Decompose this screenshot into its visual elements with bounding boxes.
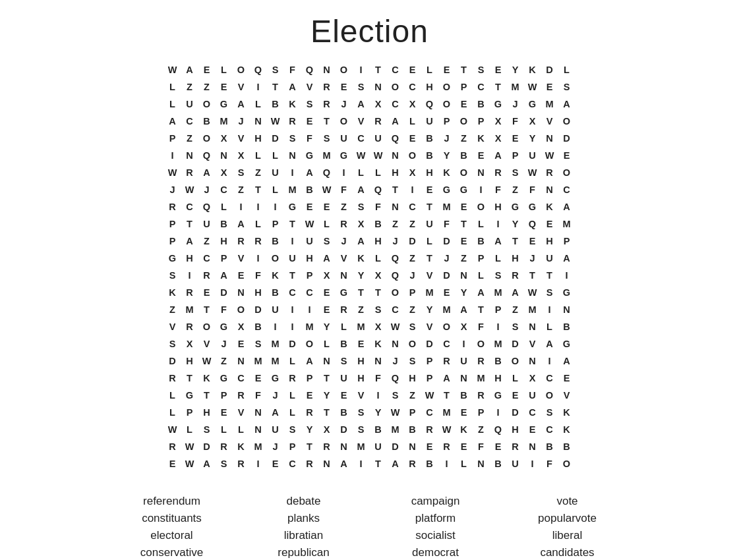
grid-cell: S bbox=[353, 78, 370, 96]
grid-cell: B bbox=[558, 318, 576, 335]
grid-cell: A bbox=[181, 61, 198, 78]
grid-cell: I bbox=[541, 301, 558, 318]
grid-cell: G bbox=[284, 198, 301, 215]
grid-cell: H bbox=[490, 198, 507, 215]
grid-cell: P bbox=[558, 233, 576, 250]
grid-cell: Z bbox=[164, 301, 181, 318]
grid-cell: S bbox=[490, 267, 507, 284]
grid-cell: K bbox=[233, 438, 250, 455]
grid-cell: T bbox=[456, 215, 473, 233]
grid-row: LZZEVITAVRESNOCHOPCTMWES bbox=[164, 78, 576, 96]
grid-cell: K bbox=[524, 61, 541, 78]
grid-cell: F bbox=[490, 181, 507, 198]
grid-cell: R bbox=[284, 370, 301, 387]
grid-cell: Y bbox=[507, 215, 524, 233]
grid-cell: T bbox=[284, 215, 301, 233]
grid-cell: T bbox=[507, 233, 524, 250]
grid-cell: S bbox=[558, 78, 576, 96]
grid-cell: E bbox=[164, 455, 181, 472]
grid-cell: Y bbox=[524, 130, 541, 147]
grid-cell: J bbox=[267, 387, 284, 404]
grid-cell: P bbox=[164, 215, 181, 233]
grid-cell: A bbox=[233, 215, 250, 233]
grid-cell: M bbox=[490, 335, 507, 352]
grid-cell: E bbox=[456, 96, 473, 113]
grid-cell: N bbox=[524, 352, 541, 370]
grid-cell: I bbox=[250, 78, 267, 96]
grid-cell: X bbox=[318, 267, 336, 284]
grid-cell: O bbox=[336, 113, 353, 130]
grid-cell: G bbox=[490, 387, 507, 404]
grid-cell: B bbox=[336, 404, 353, 421]
grid-cell: E bbox=[216, 404, 233, 421]
grid-cell: D bbox=[438, 267, 456, 284]
grid-cell: T bbox=[473, 301, 490, 318]
grid-cell: P bbox=[301, 370, 318, 387]
grid-cell: T bbox=[181, 215, 198, 233]
grid-cell: X bbox=[318, 421, 336, 438]
grid-row: RTKGCEGRPTUHFQHPANMHLXCE bbox=[164, 370, 576, 387]
grid-cell: R bbox=[301, 404, 318, 421]
grid-cell: K bbox=[473, 130, 490, 147]
grid-cell: L bbox=[284, 404, 301, 421]
grid-cell: O bbox=[456, 113, 473, 130]
grid-cell: N bbox=[370, 78, 387, 96]
grid-cell: D bbox=[387, 438, 404, 455]
grid-cell: W bbox=[164, 61, 181, 78]
grid-cell: I bbox=[558, 267, 576, 284]
grid-cell: G bbox=[267, 370, 284, 387]
term-item: platform bbox=[383, 512, 488, 525]
grid-cell: E bbox=[301, 387, 318, 404]
grid-cell: T bbox=[370, 61, 387, 78]
grid-cell: O bbox=[233, 61, 250, 78]
grid-cell: E bbox=[404, 61, 421, 78]
grid-cell: Y bbox=[438, 147, 456, 164]
grid-cell: B bbox=[267, 96, 284, 113]
grid-cell: I bbox=[284, 301, 301, 318]
grid-cell: C bbox=[541, 421, 558, 438]
grid-cell: N bbox=[250, 421, 267, 438]
grid-cell: P bbox=[216, 250, 233, 267]
grid-row: LPHEVNALRTBSYWPCMEPIDCSK bbox=[164, 404, 576, 421]
grid-cell: I bbox=[541, 352, 558, 370]
grid-cell: Q bbox=[301, 61, 318, 78]
grid-cell: F bbox=[524, 181, 541, 198]
grid-cell: O bbox=[558, 113, 576, 130]
grid-cell: L bbox=[284, 352, 301, 370]
grid-cell: Q bbox=[370, 181, 387, 198]
grid-cell: U bbox=[198, 215, 216, 233]
grid-cell: N bbox=[456, 370, 473, 387]
grid-cell: Y bbox=[301, 421, 318, 438]
grid-cell: I bbox=[250, 198, 267, 215]
grid-cell: V bbox=[233, 78, 250, 96]
grid-cell: G bbox=[216, 370, 233, 387]
grid-cell: A bbox=[318, 250, 336, 267]
grid-cell: F bbox=[370, 198, 387, 215]
grid-cell: S bbox=[198, 421, 216, 438]
grid-cell: B bbox=[370, 421, 387, 438]
grid-cell: I bbox=[164, 147, 181, 164]
grid-cell: J bbox=[233, 113, 250, 130]
grid-cell: N bbox=[336, 267, 353, 284]
grid-cell: W bbox=[181, 181, 198, 198]
term-item: referendum bbox=[119, 495, 225, 508]
grid-row: SXVJESMDOLBEKNODCIOMDVAG bbox=[164, 335, 576, 352]
grid-cell: V bbox=[353, 387, 370, 404]
grid-cell: A bbox=[301, 352, 318, 370]
term-item: democrat bbox=[383, 546, 488, 559]
grid-cell: S bbox=[507, 164, 524, 181]
grid-cell: J bbox=[438, 130, 456, 147]
grid-cell: Q bbox=[421, 96, 438, 113]
grid-cell: L bbox=[164, 96, 181, 113]
grid-cell: U bbox=[456, 352, 473, 370]
grid-cell: W bbox=[421, 387, 438, 404]
grid-cell: D bbox=[284, 335, 301, 352]
grid-cell: F bbox=[336, 181, 353, 198]
grid-cell: W bbox=[318, 181, 336, 198]
grid-cell: C bbox=[558, 181, 576, 198]
grid-cell: E bbox=[267, 455, 284, 472]
grid-cell: W bbox=[524, 78, 541, 96]
grid-cell: V bbox=[198, 335, 216, 352]
grid-row: SIRAEFKTPXNYXQJVDNLSRTTI bbox=[164, 267, 576, 284]
grid-cell: N bbox=[318, 61, 336, 78]
